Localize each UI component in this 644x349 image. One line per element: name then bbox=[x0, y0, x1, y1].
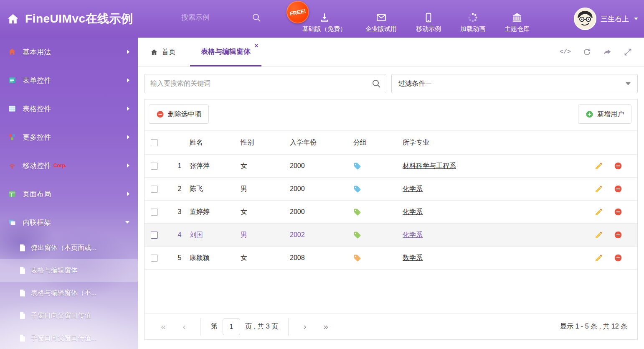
chevron-right-icon bbox=[127, 192, 129, 196]
nav-item-mobile-demo[interactable]: 移动示例 bbox=[416, 12, 441, 33]
cell-actions bbox=[585, 231, 637, 239]
cell-major: 化学系 bbox=[403, 185, 585, 194]
home-brand-icon bbox=[7, 13, 19, 25]
sidebar-item-grid-controls[interactable]: 表格控件 bbox=[0, 94, 138, 123]
page-input[interactable]: 1 bbox=[223, 318, 240, 335]
header-check-cell bbox=[145, 139, 170, 146]
search-icon[interactable] bbox=[371, 79, 381, 89]
delete-icon[interactable] bbox=[614, 254, 622, 262]
row-checkbox[interactable] bbox=[151, 255, 158, 262]
nav-item-theme-repo[interactable]: 主题仓库 bbox=[505, 12, 530, 33]
sidebar-item-more-controls[interactable]: 更多控件 bbox=[0, 123, 138, 151]
cell-gender: 女 bbox=[241, 162, 290, 171]
nav-label: 加载动画 bbox=[460, 25, 485, 33]
chevron-right-icon bbox=[127, 50, 129, 54]
sidebar-subitem[interactable]: 子窗口向父窗口传值 bbox=[0, 304, 138, 327]
sidebar-item-mobile-controls[interactable]: 移动控件 Corp. bbox=[0, 151, 138, 180]
tab-bar: 首页 表格与编辑窗体 × </> bbox=[138, 38, 644, 67]
column-year: 入学年份 bbox=[290, 138, 353, 147]
column-group: 分组 bbox=[353, 138, 403, 147]
sidebar-item-label: 表格控件 bbox=[23, 104, 51, 114]
chevron-right-icon bbox=[127, 78, 129, 82]
spinner-icon bbox=[467, 12, 478, 23]
table-row: 1 张萍萍 女 2000 材料科学与工程系 bbox=[145, 155, 637, 178]
code-icon[interactable]: </> bbox=[560, 48, 571, 56]
next-page-button[interactable]: › bbox=[294, 322, 315, 331]
last-page-button[interactable]: » bbox=[315, 322, 336, 331]
row-check-cell bbox=[145, 232, 170, 239]
add-user-button[interactable]: 新增用户 bbox=[578, 104, 631, 124]
major-link[interactable]: 化学系 bbox=[403, 185, 423, 192]
sidebar-subitem[interactable]: 表格与编辑窗体 bbox=[0, 259, 138, 282]
filter-dropdown[interactable]: 过滤条件一 bbox=[391, 74, 638, 93]
edit-icon[interactable] bbox=[595, 254, 603, 262]
prev-page-button[interactable]: ‹ bbox=[174, 322, 195, 331]
tab-home[interactable]: 首页 bbox=[150, 38, 176, 66]
tag-icon bbox=[353, 162, 361, 170]
brand[interactable]: FineUIMvc在线示例 bbox=[7, 0, 133, 38]
row-check-cell bbox=[145, 255, 170, 262]
delete-icon[interactable] bbox=[614, 185, 622, 193]
delete-icon[interactable] bbox=[614, 231, 622, 239]
sidebar-item-basic-usage[interactable]: 基本用法 bbox=[0, 38, 138, 66]
avatar[interactable] bbox=[574, 8, 596, 30]
sidebar-subitem[interactable]: 弹出窗体（本页面或... bbox=[0, 237, 138, 259]
table-search-input[interactable] bbox=[144, 74, 386, 93]
cell-actions bbox=[585, 208, 637, 216]
bank-icon bbox=[512, 12, 522, 23]
tab-grid-edit-window[interactable]: 表格与编辑窗体 × bbox=[190, 38, 261, 66]
major-link[interactable]: 化学系 bbox=[403, 231, 423, 238]
nav-label: 移动示例 bbox=[416, 25, 441, 33]
nav-item-enterprise-trial[interactable]: 企业版试用 bbox=[365, 12, 397, 33]
user-menu[interactable]: 三生石上 bbox=[574, 0, 638, 38]
row-checkbox[interactable] bbox=[151, 163, 158, 170]
filter-dropdown-value: 过滤条件一 bbox=[398, 79, 432, 88]
close-icon[interactable]: × bbox=[255, 43, 258, 48]
delete-icon[interactable] bbox=[614, 162, 622, 170]
header-search-input[interactable] bbox=[180, 13, 247, 22]
table-icon bbox=[8, 104, 17, 113]
row-checkbox[interactable] bbox=[151, 186, 158, 193]
sidebar-subitem[interactable]: 子窗口向父窗口传值... bbox=[0, 327, 138, 349]
row-checkbox[interactable] bbox=[151, 232, 158, 239]
add-user-label: 新增用户 bbox=[597, 110, 624, 119]
nav-item-basic-edition[interactable]: 基础版（免费） bbox=[302, 12, 346, 33]
header-nav: 基础版（免费） 企业版试用 移动示例 加载动画 主题仓库 bbox=[302, 0, 530, 38]
sidebar-subitem[interactable]: 表格与编辑窗体（不... bbox=[0, 282, 138, 304]
fullscreen-icon[interactable] bbox=[624, 48, 632, 56]
share-icon[interactable] bbox=[603, 48, 612, 56]
edit-icon[interactable] bbox=[595, 208, 603, 216]
refresh-icon[interactable] bbox=[583, 48, 591, 56]
signal-icon bbox=[8, 161, 17, 170]
edit-icon[interactable] bbox=[595, 162, 603, 170]
tag-icon bbox=[353, 208, 361, 216]
edit-icon[interactable] bbox=[595, 185, 603, 193]
delete-selected-button[interactable]: 删除选中项 bbox=[149, 104, 209, 124]
cell-year: 2000 bbox=[290, 185, 353, 193]
major-link[interactable]: 数学系 bbox=[403, 254, 423, 261]
first-page-button[interactable]: « bbox=[153, 322, 174, 331]
sidebar-item-page-layout[interactable]: 页面布局 bbox=[0, 180, 138, 208]
major-link[interactable]: 材料科学与工程系 bbox=[403, 162, 456, 169]
row-checkbox[interactable] bbox=[151, 209, 158, 216]
cell-year: 2002 bbox=[290, 231, 353, 239]
delete-icon[interactable] bbox=[614, 208, 622, 216]
select-all-checkbox[interactable] bbox=[151, 139, 158, 146]
search-icon[interactable] bbox=[251, 13, 261, 23]
record-summary: 显示 1 - 5 条 , 共 12 条 bbox=[560, 322, 627, 331]
sidebar: 基本用法 表单控件 表格控件 更多控件 移动控件 Corp. 页面布局 bbox=[0, 38, 138, 349]
cell-group bbox=[353, 208, 403, 216]
sidebar-item-form-controls[interactable]: 表单控件 bbox=[0, 66, 138, 94]
main-content: 首页 表格与编辑窗体 × </> 过滤条件一 bbox=[138, 38, 644, 349]
row-number: 3 bbox=[170, 208, 190, 216]
cell-gender: 女 bbox=[241, 208, 290, 217]
edit-icon[interactable] bbox=[595, 231, 603, 239]
tab-tools: </> bbox=[560, 38, 644, 66]
subitem-label: 子窗口向父窗口传值... bbox=[31, 334, 96, 343]
filter-row: 过滤条件一 bbox=[138, 67, 644, 99]
column-major: 所学专业 bbox=[403, 138, 585, 147]
table-row: 3 董婷婷 女 2000 化学系 bbox=[145, 201, 637, 224]
nav-item-loading-animation[interactable]: 加载动画 bbox=[460, 12, 485, 33]
sidebar-item-iframe[interactable]: 内联框架 bbox=[0, 208, 138, 237]
major-link[interactable]: 化学系 bbox=[403, 208, 423, 215]
